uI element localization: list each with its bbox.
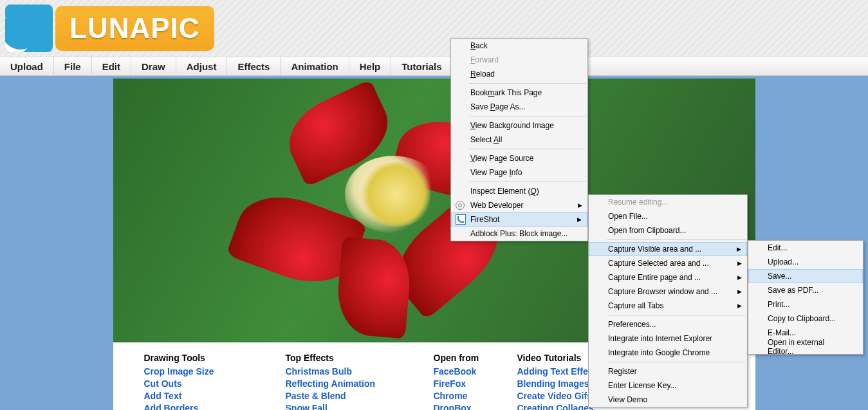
ctx-forward: Forward — [451, 53, 587, 67]
ctx-webdev[interactable]: Web Developer — [451, 198, 587, 212]
menu-tutorials[interactable]: Tutorials — [391, 57, 452, 75]
logo[interactable]: LUNAPIC — [5, 5, 214, 52]
menu-help[interactable]: Help — [349, 57, 392, 75]
link-bulb[interactable]: Christmas Bulb — [286, 366, 434, 378]
link-addtext[interactable]: Add Text — [144, 390, 286, 402]
separator — [607, 239, 746, 240]
menu-draw[interactable]: Draw — [131, 57, 176, 75]
gear-icon — [454, 199, 466, 212]
fs-register[interactable]: Register — [589, 364, 747, 378]
logo-text: LUNAPIC — [55, 6, 214, 51]
ctx-viewbg[interactable]: View Background Image — [451, 118, 587, 133]
link-cutouts[interactable]: Cut Outs — [144, 378, 286, 390]
menubar: Upload File Edit Draw Adjust Effects Ani… — [0, 57, 868, 76]
fs-capture-visible[interactable]: Capture Visible area and ... — [589, 242, 747, 256]
link-reflect[interactable]: Reflecting Animation — [286, 378, 434, 390]
fs-resume: Resume editing... — [589, 195, 747, 209]
link-chrome[interactable]: Chrome — [434, 390, 517, 402]
cap-print[interactable]: Print... — [748, 297, 863, 312]
menu-adjust[interactable]: Adjust — [176, 57, 228, 75]
link-addborders[interactable]: Add Borders — [144, 402, 286, 410]
col-open-from: Open from FaceBook FireFox Chrome DropBo… — [434, 353, 517, 410]
fs-capture-selected[interactable]: Capture Selected area and ... — [589, 256, 747, 270]
fs-openfile[interactable]: Open File... — [589, 209, 747, 223]
ctx-reload[interactable]: Reload — [451, 67, 587, 81]
separator — [607, 362, 746, 362]
menu-file[interactable]: File — [54, 57, 92, 75]
link-dropbox[interactable]: DropBox — [434, 402, 517, 410]
ctx-viewsource[interactable]: View Page Source — [451, 151, 587, 165]
fs-capture-tabs[interactable]: Capture all Tabs — [589, 299, 747, 313]
menu-edit[interactable]: Edit — [92, 57, 131, 75]
ctx-savepage[interactable]: Save Page As... — [451, 100, 587, 114]
fireshot-icon — [454, 213, 467, 226]
logo-icon — [5, 5, 53, 52]
ctx-inspect[interactable]: Inspect Element (Q) — [451, 184, 587, 198]
fs-capture-entire[interactable]: Capture Entire page and ... — [589, 270, 747, 284]
link-paste[interactable]: Paste & Blend — [286, 390, 434, 402]
menu-animation[interactable]: Animation — [281, 57, 349, 75]
menu-upload[interactable]: Upload — [0, 57, 54, 75]
ctx-fireshot[interactable]: FireShot — [451, 212, 587, 227]
separator — [469, 149, 586, 149]
ctx-viewinfo[interactable]: View Page Info — [451, 165, 587, 180]
cap-upload[interactable]: Upload... — [748, 255, 863, 269]
fs-license[interactable]: Enter License Key... — [589, 378, 747, 393]
link-facebook[interactable]: FaceBook — [434, 366, 517, 378]
ctx-back[interactable]: Back — [451, 39, 587, 53]
separator — [469, 116, 586, 116]
cap-edit[interactable]: Edit... — [748, 241, 863, 255]
fs-openclip[interactable]: Open from Clipboard... — [589, 223, 747, 238]
header: LUNAPIC — [0, 0, 868, 57]
context-menu-fireshot: Resume editing... Open File... Open from… — [588, 194, 748, 407]
link-crop[interactable]: Crop Image Size — [144, 366, 286, 378]
ctx-selectall[interactable]: Select All — [451, 133, 587, 147]
cap-copyclip[interactable]: Copy to Clipboard... — [748, 312, 863, 326]
context-menu-browser: Back Forward Reload Bookmark This Page S… — [450, 38, 588, 241]
col-drawing-tools: Drawing Tools Crop Image Size Cut Outs A… — [144, 353, 286, 410]
context-menu-capture: Edit... Upload... Save... Save as PDF...… — [748, 240, 863, 355]
ctx-adblock[interactable]: Adblock Plus: Block image... — [451, 227, 587, 241]
col-title: Top Effects — [286, 353, 434, 363]
col-title: Drawing Tools — [144, 353, 286, 363]
col-top-effects: Top Effects Christmas Bulb Reflecting An… — [286, 353, 434, 410]
cap-savepdf[interactable]: Save as PDF... — [748, 283, 863, 297]
fs-capture-window[interactable]: Capture Browser window and ... — [589, 284, 747, 299]
link-snow[interactable]: Snow Fall — [286, 402, 434, 410]
menu-effects[interactable]: Effects — [227, 57, 281, 75]
link-firefox[interactable]: FireFox — [434, 378, 517, 390]
col-title: Open from — [434, 353, 517, 363]
fs-viewdemo[interactable]: View Demo — [589, 393, 747, 407]
separator — [469, 182, 586, 182]
ctx-bookmark[interactable]: Bookmark This Page — [451, 86, 587, 100]
separator — [469, 83, 586, 84]
cap-external[interactable]: Open in external Editor... — [748, 340, 863, 354]
fs-integrate-ie[interactable]: Integrate into Internet Explorer — [589, 331, 747, 346]
fs-preferences[interactable]: Preferences... — [589, 317, 747, 331]
cap-save[interactable]: Save... — [748, 269, 863, 283]
separator — [607, 315, 746, 315]
fs-integrate-chrome[interactable]: Integrate into Google Chrome — [589, 346, 747, 360]
